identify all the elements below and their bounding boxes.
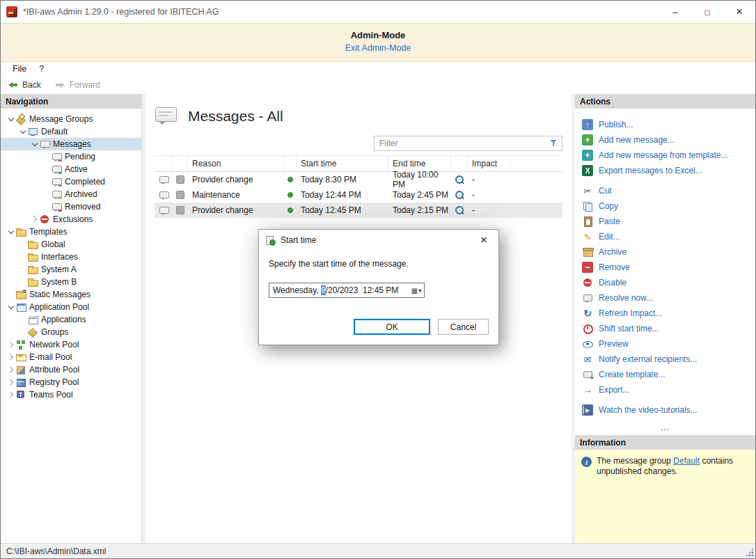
add-template-icon xyxy=(582,150,593,161)
forward-button[interactable]: Forward xyxy=(55,79,100,90)
tree-item-archived[interactable]: Archived xyxy=(1,188,141,200)
chevron-collapsed-icon[interactable] xyxy=(6,388,15,401)
chevron-expanded-icon[interactable] xyxy=(6,301,15,313)
action-shift-start-time[interactable]: Shift start time... xyxy=(575,321,755,336)
action-label: Preview xyxy=(599,339,629,349)
impact-cell: - xyxy=(468,187,562,203)
back-button[interactable]: Back xyxy=(8,79,41,90)
action-cut[interactable]: Cut xyxy=(575,183,755,198)
action-refresh-impact[interactable]: Refresh Impact... xyxy=(575,306,755,321)
header-status-col xyxy=(284,155,297,172)
tree-item-teams-pool[interactable]: Teams Pool xyxy=(1,388,141,401)
calendar-dropdown-button[interactable] xyxy=(409,283,424,297)
minimize-button[interactable] xyxy=(659,1,691,23)
filter-funnel-icon[interactable] xyxy=(549,139,560,148)
chevron-expanded-icon[interactable] xyxy=(6,113,15,125)
exit-admin-mode-link[interactable]: Exit Admin-Mode xyxy=(345,43,411,53)
chevron-collapsed-icon[interactable] xyxy=(6,338,15,351)
action-preview[interactable]: Preview xyxy=(575,336,755,352)
network-pool-icon xyxy=(15,339,27,350)
tree-item-registry-pool[interactable]: Registry Pool xyxy=(1,376,141,388)
tree-item-label: E-mail Pool xyxy=(29,352,72,362)
tree-item-groups[interactable]: Groups xyxy=(1,326,141,338)
tree-item-active[interactable]: Active xyxy=(1,163,141,175)
tree-item-application-pool[interactable]: Application Pool xyxy=(1,301,141,313)
default-group-link[interactable]: Default xyxy=(673,456,700,466)
chevron-collapsed-icon[interactable] xyxy=(30,213,39,226)
action-add-new-message[interactable]: Add new message... xyxy=(575,132,755,148)
tree-item-network-pool[interactable]: Network Pool xyxy=(1,338,141,351)
action-paste[interactable]: Paste xyxy=(575,214,755,229)
tree-item-removed[interactable]: Removed xyxy=(1,200,141,213)
maximize-button[interactable] xyxy=(691,1,723,23)
action-remove[interactable]: Remove xyxy=(575,260,755,275)
tree-item-default[interactable]: Default xyxy=(1,125,141,138)
chevron-expanded-icon[interactable] xyxy=(18,125,27,138)
tree-item-templates[interactable]: Templates xyxy=(1,226,141,238)
action-watch-the-video-tutorials[interactable]: Watch the video-tutorials... xyxy=(575,402,755,418)
tree-item-pending[interactable]: Pending xyxy=(1,150,141,163)
start-time-cell: Today 12:44 PM xyxy=(297,187,388,203)
action-notify-external-recipients[interactable]: Notify external recipients... xyxy=(575,352,755,367)
tree-item-applications[interactable]: Applications xyxy=(1,313,141,326)
tree-item-message-groups[interactable]: Message Groups xyxy=(1,113,141,125)
close-button[interactable] xyxy=(723,1,755,23)
ok-button[interactable]: OK xyxy=(354,319,430,335)
action-add-new-message-from-template[interactable]: Add new message from template... xyxy=(575,148,755,163)
tree-item-global[interactable]: Global xyxy=(1,238,141,251)
menu-help[interactable]: ? xyxy=(33,64,50,74)
header-impact[interactable]: Impact xyxy=(468,155,562,172)
filter-input[interactable] xyxy=(375,137,549,150)
tree-item-label: Messages xyxy=(53,139,91,149)
dialog-close-button[interactable] xyxy=(469,230,498,251)
more-actions-indicator[interactable]: ... xyxy=(575,420,755,435)
chevron-expanded-icon[interactable] xyxy=(30,138,39,150)
information-panel-header: Information xyxy=(575,435,755,450)
menu-file[interactable]: File xyxy=(6,64,33,74)
chevron-collapsed-icon[interactable] xyxy=(6,376,15,388)
tree-item-attribute-pool[interactable]: Attribute Pool xyxy=(1,363,141,376)
tree-item-label: Network Pool xyxy=(29,340,79,349)
action-resolve-now[interactable]: Resolve now... xyxy=(575,290,755,306)
action-label: Add new message... xyxy=(599,135,675,145)
notify-icon xyxy=(582,354,593,365)
cancel-button[interactable]: Cancel xyxy=(438,319,489,335)
action-edit[interactable]: Edit... xyxy=(575,229,755,244)
datetime-input[interactable]: Wednesday, 9/20/2023 12:45 PM xyxy=(269,283,425,298)
datetime-prefix: Wednesday, xyxy=(273,285,321,295)
resize-grip[interactable] xyxy=(745,548,754,557)
chevron-collapsed-icon[interactable] xyxy=(6,363,15,376)
dialog-titlebar: Start time xyxy=(259,230,498,251)
tree-item-system-b[interactable]: System B xyxy=(1,276,141,288)
action-copy[interactable]: Copy xyxy=(575,198,755,214)
tree-item-system-a[interactable]: System A xyxy=(1,263,141,276)
message-icon-cell xyxy=(155,172,173,187)
action-export-messages-to-excel[interactable]: Export messages to Excel... xyxy=(575,163,755,178)
header-reason[interactable]: Reason xyxy=(188,155,284,172)
back-arrow-icon xyxy=(8,79,19,90)
tree-item-completed[interactable]: Completed xyxy=(1,175,141,188)
action-label: Paste xyxy=(599,216,620,226)
message-icon xyxy=(158,189,170,200)
reason-cell: Maintenance xyxy=(188,187,284,203)
action-disable[interactable]: Disable xyxy=(575,275,755,290)
tree-item-label: System B xyxy=(41,277,77,287)
action-archive[interactable]: Archive xyxy=(575,244,755,260)
tree-item-exclusions[interactable]: Exclusions xyxy=(1,213,141,226)
paste-icon xyxy=(582,216,593,227)
tree-item-label: Teams Pool xyxy=(29,390,73,400)
tree-indent xyxy=(18,263,27,276)
action-publish[interactable]: Publish... xyxy=(575,117,755,132)
tree-item-label: Exclusions xyxy=(53,214,93,224)
tree-item-static-messages[interactable]: Static Messages xyxy=(1,288,141,301)
header-start-time[interactable]: Start time xyxy=(297,155,388,172)
message-icon xyxy=(158,205,170,216)
action-create-template[interactable]: Create template... xyxy=(575,367,755,382)
tree-item-interfaces[interactable]: Interfaces xyxy=(1,251,141,263)
tree-item-e-mail-pool[interactable]: E-mail Pool xyxy=(1,351,141,363)
chevron-expanded-icon[interactable] xyxy=(6,226,15,238)
chevron-collapsed-icon[interactable] xyxy=(6,351,15,363)
action-export[interactable]: Export... xyxy=(575,382,755,397)
tree-item-messages[interactable]: Messages xyxy=(1,138,141,150)
folder-icon xyxy=(27,251,39,262)
